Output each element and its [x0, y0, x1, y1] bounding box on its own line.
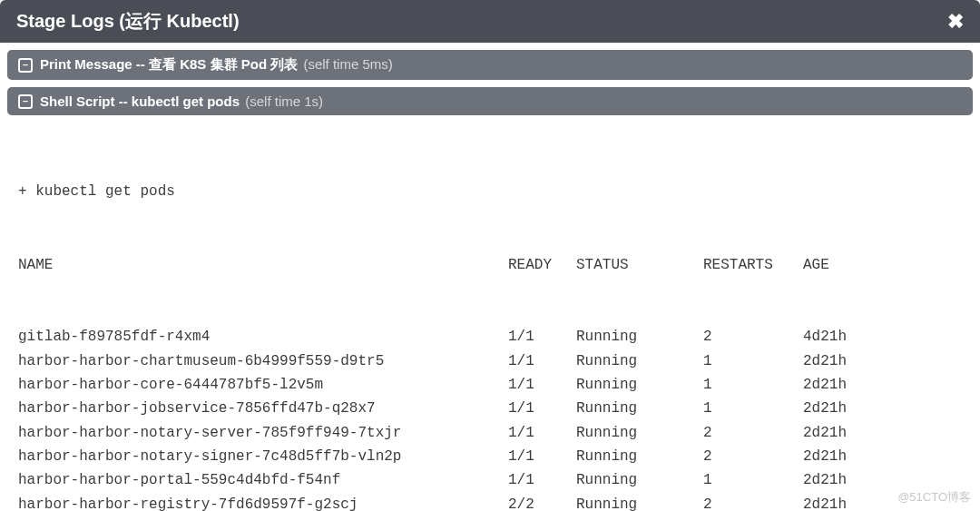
table-row: harbor-harbor-chartmuseum-6b4999f559-d9t… — [18, 349, 962, 373]
pod-age: 2d21h — [803, 373, 962, 397]
table-body: gitlab-f89785fdf-r4xm41/1Running24d21hha… — [18, 325, 962, 511]
pod-status: Running — [576, 445, 703, 468]
pod-status: Running — [576, 373, 703, 397]
pod-restarts: 2 — [703, 493, 803, 511]
col-header-name: NAME — [18, 253, 508, 277]
table-row: harbor-harbor-jobservice-7856ffd47b-q28x… — [18, 397, 962, 420]
stage-label: Print Message -- 查看 K8S 集群 Pod 列表 (self … — [40, 56, 393, 74]
pod-ready: 1/1 — [508, 373, 576, 397]
pod-name: harbor-harbor-notary-signer-7c48d5ff7b-v… — [18, 445, 508, 468]
pod-restarts: 1 — [703, 397, 803, 420]
pod-name: harbor-harbor-notary-server-785f9ff949-7… — [18, 421, 508, 445]
pod-ready: 1/1 — [508, 325, 576, 349]
pod-status: Running — [576, 468, 703, 492]
pod-ready: 1/1 — [508, 349, 576, 373]
table-row: harbor-harbor-core-6444787bf5-l2v5m1/1Ru… — [18, 373, 962, 397]
table-header-row: NAME READY STATUS RESTARTS AGE — [18, 253, 962, 277]
close-icon[interactable]: ✖ — [947, 12, 964, 32]
pod-restarts: 2 — [703, 421, 803, 445]
pod-restarts: 1 — [703, 349, 803, 373]
pod-ready: 1/1 — [508, 421, 576, 445]
pod-status: Running — [576, 349, 703, 373]
pod-name: harbor-harbor-portal-559c4d4bfd-f54nf — [18, 468, 508, 492]
pod-ready: 1/1 — [508, 397, 576, 420]
pod-ready: 1/1 — [508, 468, 576, 492]
pod-restarts: 1 — [703, 373, 803, 397]
col-header-ready: READY — [508, 253, 576, 277]
modal-title: Stage Logs (运行 Kubectl) — [16, 9, 240, 34]
pod-restarts: 2 — [703, 445, 803, 468]
stage-print-message[interactable]: – Print Message -- 查看 K8S 集群 Pod 列表 (sel… — [7, 50, 973, 80]
pod-status: Running — [576, 397, 703, 420]
col-header-status: STATUS — [576, 253, 703, 277]
pod-restarts: 1 — [703, 468, 803, 492]
pod-age: 2d21h — [803, 445, 962, 468]
col-header-age: AGE — [803, 253, 962, 277]
table-row: harbor-harbor-registry-7fd6d9597f-g2scj2… — [18, 493, 962, 511]
table-row: harbor-harbor-portal-559c4d4bfd-f54nf1/1… — [18, 468, 962, 492]
pod-age: 2d21h — [803, 349, 962, 373]
collapse-icon: – — [18, 58, 33, 73]
pod-status: Running — [576, 421, 703, 445]
table-row: gitlab-f89785fdf-r4xm41/1Running24d21h — [18, 325, 962, 349]
modal-header: Stage Logs (运行 Kubectl) ✖ — [0, 0, 980, 43]
table-row: harbor-harbor-notary-server-785f9ff949-7… — [18, 421, 962, 445]
console-command: + kubectl get pods — [18, 180, 962, 203]
pod-age: 2d21h — [803, 421, 962, 445]
pod-name: harbor-harbor-chartmuseum-6b4999f559-d9t… — [18, 349, 508, 373]
table-row: harbor-harbor-notary-signer-7c48d5ff7b-v… — [18, 445, 962, 468]
pod-ready: 2/2 — [508, 493, 576, 511]
console-output: + kubectl get pods NAME READY STATUS RES… — [0, 115, 980, 511]
collapse-icon: – — [18, 94, 33, 109]
watermark: @51CTO博客 — [897, 489, 971, 506]
pod-age: 2d21h — [803, 397, 962, 420]
pod-status: Running — [576, 325, 703, 349]
pod-age: 4d21h — [803, 325, 962, 349]
pod-ready: 1/1 — [508, 445, 576, 468]
pod-name: harbor-harbor-registry-7fd6d9597f-g2scj — [18, 493, 508, 511]
stage-shell-script[interactable]: – Shell Script -- kubectl get pods (self… — [7, 87, 973, 115]
col-header-restarts: RESTARTS — [703, 253, 803, 277]
stage-label: Shell Script -- kubectl get pods (self t… — [40, 93, 323, 109]
pod-restarts: 2 — [703, 325, 803, 349]
pod-name: harbor-harbor-core-6444787bf5-l2v5m — [18, 373, 508, 397]
stage-logs-modal: Stage Logs (运行 Kubectl) ✖ – Print Messag… — [0, 0, 980, 511]
pod-status: Running — [576, 493, 703, 511]
pod-name: harbor-harbor-jobservice-7856ffd47b-q28x… — [18, 397, 508, 420]
pod-name: gitlab-f89785fdf-r4xm4 — [18, 325, 508, 349]
